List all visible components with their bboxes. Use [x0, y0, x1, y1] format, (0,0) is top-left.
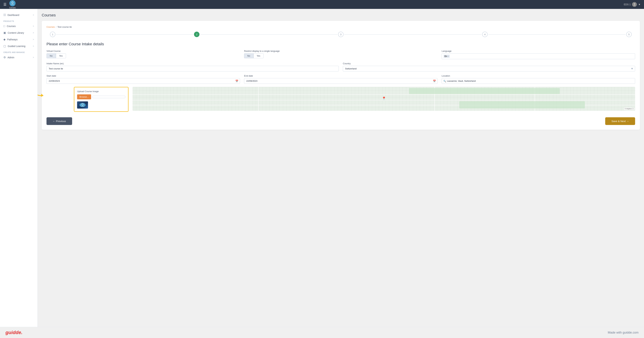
guided-learning-chevron: > [33, 45, 34, 47]
map-green-area-2 [459, 101, 585, 108]
sidebar-item-guided-learning[interactable]: ▢ Guided Learning > [0, 43, 38, 50]
start-date-input[interactable] [46, 78, 240, 84]
sidebar-item-dashboard[interactable]: ☷ Dashboard > [0, 12, 38, 18]
pathways-icon: ◆ [4, 38, 6, 41]
breadcrumb-separator: / [56, 26, 56, 28]
restrict-language-toggle: No Yes [244, 53, 438, 58]
breadcrumb-current: Test course ite [58, 26, 72, 28]
location-label: Location [442, 74, 635, 77]
country-select-wrapper: Switzerland ▼ [343, 66, 635, 72]
svg-point-1 [634, 4, 635, 4]
footer-made-with: Made with guidde.com [608, 331, 638, 334]
location-input[interactable] [442, 78, 635, 84]
country-group: Country Switzerland ▼ [343, 62, 635, 72]
start-date-label: Start date [46, 74, 240, 77]
virtual-course-no-btn[interactable]: No [46, 53, 56, 58]
form-row-2: Intake Name (en) Country Switzerland ▼ [46, 62, 635, 72]
preview-logo [80, 103, 86, 107]
courses-icon: □ [4, 24, 5, 28]
language-tag-en: En × [444, 55, 450, 58]
restrict-language-no-btn[interactable]: No [244, 53, 254, 58]
breadcrumb-courses-link[interactable]: Courses [46, 26, 55, 28]
nav-right: EDS 1 ▼ [624, 2, 640, 7]
end-date-calendar-icon[interactable]: 📅 [433, 80, 436, 82]
step-line-2 [200, 34, 338, 34]
virtual-course-toggle: No Yes [46, 53, 240, 58]
step-1-circle[interactable]: 1 [50, 32, 56, 37]
form-row-1: Virtual Course No Yes Restrict display t… [46, 50, 635, 59]
save-next-button[interactable]: Save & Next → [605, 117, 635, 125]
end-date-label: End date [244, 74, 438, 77]
upload-filename-display [92, 96, 125, 98]
intake-name-label: Intake Name (en) [46, 62, 339, 65]
step-4-circle[interactable]: 4 [482, 32, 488, 37]
nav-left: ☰ Censeo [4, 0, 16, 9]
user-dropdown-arrow[interactable]: ▼ [638, 3, 640, 6]
sidebar-item-courses[interactable]: □ Courses > [0, 23, 38, 30]
location-group: Location 🔍 [442, 74, 635, 84]
upload-section-outer: Upload Course Image Browse... [46, 87, 128, 112]
content-library-icon: ▣ [4, 31, 6, 34]
virtual-course-label: Virtual Course [46, 50, 240, 52]
intake-name-group: Intake Name (en) [46, 62, 339, 72]
sidebar-item-admin[interactable]: ⚙ Admin > [0, 54, 38, 61]
location-map: 📍 © Mapbox ⓘ [133, 87, 635, 111]
step-2: 2 [194, 32, 200, 37]
map-attribution: © Mapbox ⓘ [624, 108, 634, 110]
step-5: 5 [626, 32, 632, 37]
end-date-wrapper: 📅 [244, 78, 438, 84]
language-tag-input[interactable]: En × [442, 53, 635, 59]
virtual-course-yes-btn[interactable]: Yes [56, 53, 66, 58]
step-2-circle[interactable]: 2 [194, 32, 200, 37]
step-line-3 [344, 34, 482, 34]
sidebar-item-content-library[interactable]: ▣ Content Library > [0, 30, 38, 36]
app-logo-icon [10, 0, 16, 6]
sidebar: ☷ Dashboard > PRODUCTS □ Courses > ▣ Con… [0, 9, 38, 327]
create-section-label: CREATE AND MANAGE [0, 50, 38, 54]
end-date-input[interactable] [244, 78, 438, 84]
language-tag-remove[interactable]: × [448, 55, 449, 57]
main-card: Courses / Test course ite 1 2 3 [42, 21, 640, 130]
footer-logo: guidde. [6, 330, 22, 335]
steps-container: 1 2 3 4 5 [46, 32, 635, 37]
admin-chevron: > [33, 56, 34, 59]
virtual-course-group: Virtual Course No Yes [46, 50, 240, 59]
previous-button[interactable]: ← Previous [46, 117, 72, 125]
form-row-3: Start date 📅 End date 📅 Location [46, 74, 635, 84]
upload-row: Browse... [77, 94, 125, 99]
steps-row: 1 2 3 4 5 [50, 32, 632, 37]
main-content: Courses Courses / Test course ite 1 2 [38, 9, 644, 327]
map-green-area-1 [409, 88, 560, 94]
page-title: Courses [42, 13, 640, 18]
logo-container: Censeo [9, 0, 16, 9]
step-1: 1 [50, 32, 56, 37]
content-library-chevron: > [33, 32, 34, 34]
map-road-v1 [258, 87, 259, 111]
step-line-4 [488, 34, 626, 34]
location-search-icon: 🔍 [443, 80, 446, 82]
admin-icon: ⚙ [4, 56, 6, 59]
map-road-h1 [133, 94, 635, 94]
products-section-label: PRODUCTS [0, 18, 38, 23]
restrict-language-yes-btn[interactable]: Yes [254, 53, 264, 58]
browse-button[interactable]: Browse... [77, 94, 91, 99]
sidebar-item-pathways[interactable]: ◆ Pathways > [0, 36, 38, 43]
avatar[interactable] [632, 2, 637, 7]
step-5-circle[interactable]: 5 [626, 32, 632, 37]
hamburger-icon[interactable]: ☰ [4, 2, 6, 6]
upload-highlight-box: Upload Course Image Browse... [74, 87, 128, 112]
pathways-chevron: > [33, 38, 34, 41]
start-date-calendar-icon[interactable]: 📅 [235, 80, 238, 82]
courses-chevron: > [33, 25, 34, 27]
map-pin: 📍 [382, 96, 386, 100]
app-name: Censeo [9, 7, 16, 9]
intake-name-input[interactable] [46, 66, 339, 72]
guided-learning-icon: ▢ [4, 44, 6, 48]
main-layout: ☷ Dashboard > PRODUCTS □ Courses > ▣ Con… [0, 9, 644, 327]
preview-thumbnail-wrapper [77, 102, 125, 108]
buttons-row: ← Previous Save & Next → [46, 117, 635, 125]
step-3-circle[interactable]: 3 [338, 32, 344, 37]
country-select[interactable]: Switzerland [343, 66, 635, 72]
restrict-language-group: Restrict display to a single language No… [244, 50, 438, 59]
form-title: Please enter Course Intake details [46, 42, 635, 46]
